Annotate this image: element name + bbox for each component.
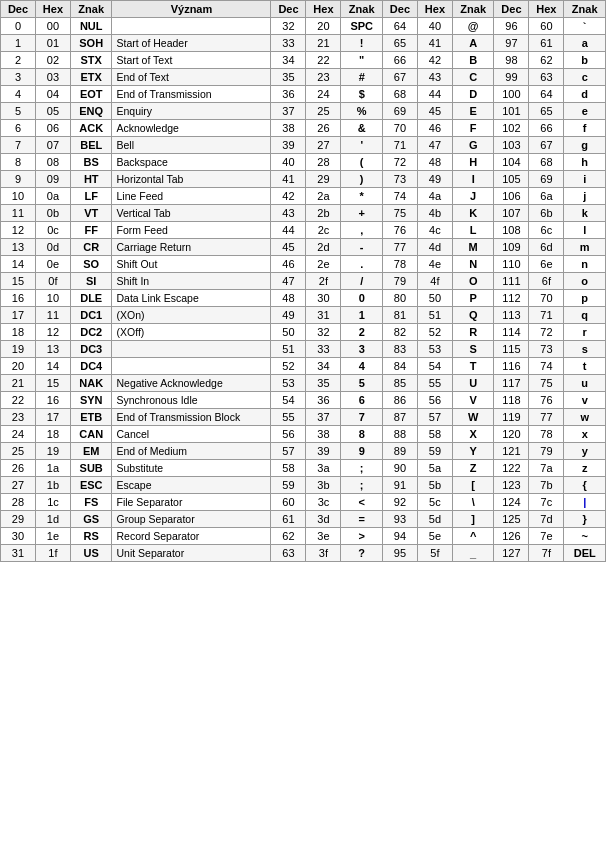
cell-znak2: , <box>341 222 383 239</box>
cell-znak3: S <box>452 341 494 358</box>
cell-dec3: 82 <box>382 324 417 341</box>
cell-hex2: 3e <box>306 528 341 545</box>
cell-znak3: V <box>452 392 494 409</box>
cell-hex1: 14 <box>35 358 70 375</box>
cell-dec3: 95 <box>382 545 417 562</box>
cell-hex2: 3c <box>306 494 341 511</box>
cell-znak1: EOT <box>70 86 112 103</box>
cell-meaning1: Acknowledge <box>112 120 271 137</box>
cell-znak3: W <box>452 409 494 426</box>
cell-hex2: 31 <box>306 307 341 324</box>
cell-znak3: ] <box>452 511 494 528</box>
cell-hex3: 4c <box>417 222 452 239</box>
cell-dec4: 110 <box>494 256 529 273</box>
cell-znak2: ( <box>341 154 383 171</box>
cell-znak1: STX <box>70 52 112 69</box>
cell-dec2: 62 <box>271 528 306 545</box>
cell-hex1: 0f <box>35 273 70 290</box>
cell-hex3: 4b <box>417 205 452 222</box>
cell-znak4: j <box>564 188 606 205</box>
cell-znak1: BS <box>70 154 112 171</box>
cell-hex1: 0a <box>35 188 70 205</box>
cell-hex3: 5a <box>417 460 452 477</box>
cell-znak2: 0 <box>341 290 383 307</box>
cell-dec4: 112 <box>494 290 529 307</box>
cell-znak2: SPC <box>341 18 383 35</box>
table-row: 2317ETBEnd of Transmission Block55377875… <box>1 409 606 426</box>
cell-dec4: 122 <box>494 460 529 477</box>
cell-meaning1: Record Separator <box>112 528 271 545</box>
cell-dec3: 86 <box>382 392 417 409</box>
col-znak-header: Znak <box>70 1 112 18</box>
table-row: 1610DLEData Link Escape483008050P11270p <box>1 290 606 307</box>
cell-znak1: RS <box>70 528 112 545</box>
cell-dec4: 104 <box>494 154 529 171</box>
cell-hex2: 2f <box>306 273 341 290</box>
table-row: 311fUSUnit Separator633f?955f_1277fDEL <box>1 545 606 562</box>
cell-dec3: 76 <box>382 222 417 239</box>
cell-znak3: M <box>452 239 494 256</box>
table-row: 2014DC4523448454T11674t <box>1 358 606 375</box>
cell-hex4: 78 <box>529 426 564 443</box>
col-dec-header: Dec <box>1 1 36 18</box>
cell-hex1: 03 <box>35 69 70 86</box>
cell-hex3: 42 <box>417 52 452 69</box>
cell-znak2: 1 <box>341 307 383 324</box>
cell-meaning1: Synchronous Idle <box>112 392 271 409</box>
cell-hex1: 04 <box>35 86 70 103</box>
table-row: 000NUL3220SPC6440@9660` <box>1 18 606 35</box>
cell-hex1: 00 <box>35 18 70 35</box>
cell-dec2: 52 <box>271 358 306 375</box>
table-row: 100aLFLine Feed422a*744aJ1066aj <box>1 188 606 205</box>
cell-dec1: 27 <box>1 477 36 494</box>
cell-znak3: U <box>452 375 494 392</box>
cell-znak1: NUL <box>70 18 112 35</box>
cell-dec3: 78 <box>382 256 417 273</box>
cell-dec1: 18 <box>1 324 36 341</box>
cell-znak1: US <box>70 545 112 562</box>
cell-dec4: 115 <box>494 341 529 358</box>
cell-dec3: 93 <box>382 511 417 528</box>
cell-hex1: 09 <box>35 171 70 188</box>
cell-znak1: FS <box>70 494 112 511</box>
cell-hex3: 48 <box>417 154 452 171</box>
table-row: 120cFFForm Feed442c,764cL1086cl <box>1 222 606 239</box>
table-row: 2115NAKNegative Acknowledge533558555U117… <box>1 375 606 392</box>
cell-znak2: 7 <box>341 409 383 426</box>
cell-dec4: 108 <box>494 222 529 239</box>
cell-dec2: 39 <box>271 137 306 154</box>
cell-dec3: 88 <box>382 426 417 443</box>
cell-hex1: 16 <box>35 392 70 409</box>
cell-meaning1: Data Link Escape <box>112 290 271 307</box>
header-row: Dec Hex Znak Význam Dec Hex Znak Dec Hex… <box>1 1 606 18</box>
cell-znak2: ) <box>341 171 383 188</box>
cell-dec4: 98 <box>494 52 529 69</box>
cell-hex2: 33 <box>306 341 341 358</box>
cell-dec3: 92 <box>382 494 417 511</box>
cell-znak4: { <box>564 477 606 494</box>
cell-dec2: 40 <box>271 154 306 171</box>
cell-dec2: 33 <box>271 35 306 52</box>
cell-dec4: 105 <box>494 171 529 188</box>
cell-hex2: 27 <box>306 137 341 154</box>
cell-hex3: 4d <box>417 239 452 256</box>
cell-znak2: / <box>341 273 383 290</box>
cell-hex2: 20 <box>306 18 341 35</box>
cell-znak2: + <box>341 205 383 222</box>
cell-hex4: 65 <box>529 103 564 120</box>
cell-hex1: 02 <box>35 52 70 69</box>
cell-dec1: 10 <box>1 188 36 205</box>
cell-znak4: y <box>564 443 606 460</box>
cell-hex2: 24 <box>306 86 341 103</box>
cell-znak3: J <box>452 188 494 205</box>
cell-dec1: 8 <box>1 154 36 171</box>
cell-znak1: DLE <box>70 290 112 307</box>
cell-hex2: 30 <box>306 290 341 307</box>
cell-dec1: 29 <box>1 511 36 528</box>
cell-dec2: 55 <box>271 409 306 426</box>
cell-znak1: DC4 <box>70 358 112 375</box>
cell-meaning1: Shift In <box>112 273 271 290</box>
cell-znak1: LF <box>70 188 112 205</box>
cell-hex3: 5c <box>417 494 452 511</box>
cell-znak3: N <box>452 256 494 273</box>
